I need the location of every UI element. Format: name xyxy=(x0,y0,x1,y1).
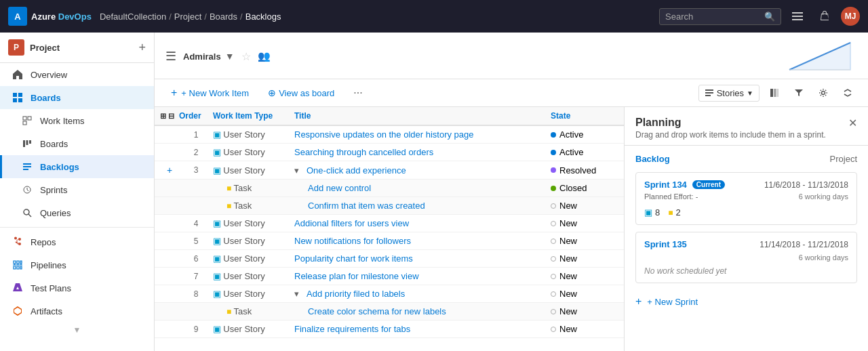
row-state: New xyxy=(551,306,618,316)
story-icon: ▣ xyxy=(213,236,221,246)
scroll-down[interactable]: ▼ xyxy=(0,323,154,337)
sidebar-item-testplans[interactable]: Test Plans xyxy=(0,276,154,300)
search-input[interactable] xyxy=(665,12,760,22)
table-row: 6 ▣ User Story Popularity chart for work… xyxy=(155,250,624,268)
view-as-board-label: View as board xyxy=(279,88,334,98)
row-state: New xyxy=(551,253,618,264)
shopping-bag-icon[interactable] xyxy=(814,5,835,27)
row-title: Add new control xyxy=(308,183,551,193)
breadcrumb-boards[interactable]: Boards xyxy=(210,12,237,22)
favorite-button[interactable]: ☆ xyxy=(241,50,251,63)
artifacts-icon xyxy=(12,305,24,317)
sidebar-item-artifacts[interactable]: Artifacts xyxy=(0,300,154,323)
page-header: ☰ Admirals ▼ ☆ 👥 xyxy=(155,33,868,79)
sprint-story-count: ▣ 8 xyxy=(644,207,660,218)
stories-dropdown[interactable]: Stories ▼ xyxy=(698,85,760,102)
sprint-name[interactable]: Sprint 135 xyxy=(644,239,687,249)
kanban-icon xyxy=(21,138,33,150)
app-logo[interactable]: A Azure DevOps xyxy=(8,7,92,26)
new-sprint-button[interactable]: + + New Sprint xyxy=(635,290,698,313)
row-state: New xyxy=(551,218,618,228)
search-box[interactable]: 🔍 xyxy=(659,8,781,25)
header-order[interactable]: Order xyxy=(179,111,213,121)
new-work-item-label: + New Work Item xyxy=(181,88,249,98)
header-title[interactable]: Title xyxy=(294,111,551,121)
team-dropdown-chevron[interactable]: ▼ xyxy=(225,51,235,62)
work-item-link[interactable]: One-click add experience xyxy=(307,165,406,176)
sidebar-item-sprints[interactable]: Sprints xyxy=(0,178,154,201)
row-type: ■ Task xyxy=(226,201,308,211)
header-type[interactable]: Work Item Type xyxy=(213,111,294,121)
row-title: Responsive updates on the older history … xyxy=(294,129,551,140)
table-row: 9 ▣ User Story Finalize requirements for… xyxy=(155,321,624,338)
new-work-item-button[interactable]: + + New Work Item xyxy=(165,84,254,102)
user-avatar[interactable]: MJ xyxy=(841,7,860,26)
sidebar-item-boards[interactable]: Boards xyxy=(0,132,154,155)
row-order: 8 xyxy=(179,289,213,299)
sprint-name[interactable]: Sprint 134 xyxy=(644,180,687,190)
svg-rect-28 xyxy=(777,89,778,97)
testplans-icon xyxy=(12,282,24,294)
column-options-button[interactable] xyxy=(765,83,784,102)
story-icon: ▣ xyxy=(213,253,221,264)
sprint-items: ▣ 8 ■ 2 xyxy=(644,207,848,218)
header-expand-icon[interactable]: ⊞ ⊟ xyxy=(160,112,174,121)
expand-button[interactable] xyxy=(838,83,857,102)
sidebar-item-queries[interactable]: Queries xyxy=(0,201,154,224)
row-type: ▣ User Story xyxy=(213,165,294,176)
expand-row-button[interactable]: ▾ xyxy=(294,289,304,299)
work-item-link[interactable]: Add priority filed to labels xyxy=(307,289,405,299)
sidebar-item-backlogs[interactable]: Backlogs xyxy=(0,155,154,178)
table-row: 2 ▣ User Story Searching through cancell… xyxy=(155,144,624,161)
work-item-link[interactable]: Responsive updates on the older history … xyxy=(294,129,474,140)
breadcrumb-collection[interactable]: DefaultCollection xyxy=(100,12,166,22)
work-item-link[interactable]: Create color schema for new labels xyxy=(308,306,446,316)
expand-row-button[interactable]: ▾ xyxy=(294,165,304,176)
state-dot xyxy=(551,150,556,155)
header-state[interactable]: State xyxy=(551,111,618,121)
settings-button[interactable] xyxy=(814,83,833,102)
work-item-link[interactable]: Finalize requirements for tabs xyxy=(294,324,410,334)
breadcrumb-project[interactable]: Project xyxy=(174,12,201,22)
project-name[interactable]: P Project xyxy=(8,39,60,56)
team-settings-button[interactable]: 👥 xyxy=(258,50,271,62)
svg-rect-25 xyxy=(705,95,711,96)
svg-rect-6 xyxy=(18,98,22,102)
list-icon[interactable] xyxy=(787,5,808,27)
view-board-icon: ⊕ xyxy=(268,87,276,98)
row-add-btn[interactable]: + xyxy=(160,165,179,176)
svg-rect-14 xyxy=(23,166,31,167)
plus-icon: + xyxy=(171,87,177,99)
work-item-link[interactable]: New notifications for followers xyxy=(294,236,411,246)
planning-close-button[interactable]: ✕ xyxy=(848,117,857,129)
svg-rect-24 xyxy=(705,92,713,94)
work-item-link[interactable]: Popularity chart for work items xyxy=(294,253,413,264)
state-dot xyxy=(551,132,556,138)
new-sprint-label: + New Sprint xyxy=(647,297,698,307)
add-project-button[interactable]: + xyxy=(138,41,146,55)
svg-point-17 xyxy=(24,209,29,215)
sidebar-item-overview[interactable]: Overview xyxy=(0,63,154,86)
work-item-link[interactable]: Confirm that item was created xyxy=(308,201,425,211)
planning-subtitle: Drag and drop work items to include them… xyxy=(635,130,826,140)
pipelines-icon xyxy=(12,259,24,271)
gear-icon xyxy=(818,88,828,98)
row-title: Popularity chart for work items xyxy=(294,253,551,264)
planning-meta: Backlog Project xyxy=(635,154,857,164)
work-item-link[interactable]: Searching through cancelled orders xyxy=(294,147,433,157)
work-item-link[interactable]: Addional filters for users view xyxy=(294,218,409,228)
row-title: ▾ One-click add experience xyxy=(294,165,551,176)
sidebar-item-pipelines[interactable]: Pipelines xyxy=(0,253,154,276)
more-options-button[interactable]: ··· xyxy=(348,84,368,102)
sidebar-item-boards-group[interactable]: Boards xyxy=(0,86,154,109)
view-as-board-button[interactable]: ⊕ View as board xyxy=(262,85,340,101)
work-item-link[interactable]: Release plan for milestone view xyxy=(294,271,419,281)
story-icon: ▣ xyxy=(213,289,221,299)
svg-rect-26 xyxy=(770,89,773,97)
row-type: ■ Task xyxy=(226,183,308,193)
filter-button[interactable] xyxy=(789,83,808,102)
sprint-card-134: Sprint 134 Current 11/6/2018 - 11/13/201… xyxy=(635,172,857,225)
sidebar-item-workitems[interactable]: Work Items xyxy=(0,109,154,132)
work-item-link[interactable]: Add new control xyxy=(308,183,371,193)
sidebar-item-repos[interactable]: Repos xyxy=(0,230,154,253)
